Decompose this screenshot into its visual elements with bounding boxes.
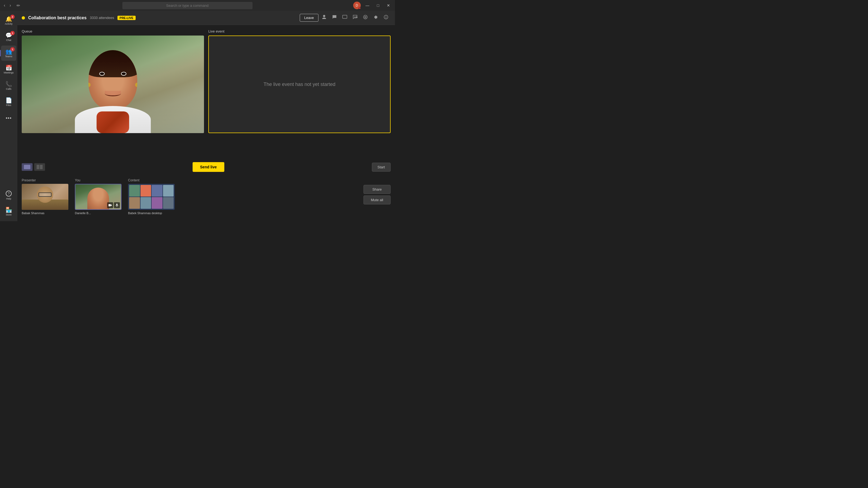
store-icon: 🏪: [5, 207, 12, 213]
glasses: [38, 193, 52, 197]
live-video: The live event has not yet started: [208, 35, 391, 133]
sidebar: 🔔 Activity 2 💬 Chat 1 👥 Teams 1 📅 Meetin…: [0, 11, 18, 221]
sidebar-label-meetings: Meetings: [4, 71, 14, 74]
titlebar: ‹ › ✏ D — □ ✕: [0, 0, 395, 11]
content-cell-8: [163, 197, 174, 209]
svg-text:Q&A: Q&A: [354, 16, 358, 18]
sidebar-item-teams[interactable]: 👥 Teams 1: [1, 45, 16, 61]
avatar-initials: D: [355, 3, 358, 7]
topbar-right: Leave: [300, 13, 391, 23]
content-thumb-container: [128, 184, 175, 210]
maximize-button[interactable]: □: [374, 2, 382, 9]
sidebar-item-help[interactable]: ? Help: [1, 188, 16, 203]
sidebar-label-activity: Activity: [5, 23, 13, 25]
queue-label: Queue: [22, 29, 204, 33]
teams-badge: 1: [10, 47, 14, 52]
content-cell-2: [141, 185, 151, 197]
leave-button[interactable]: Leave: [300, 14, 318, 22]
view-toggle: [22, 163, 45, 171]
content-cell-4: [163, 185, 174, 197]
sidebar-label-chat: Chat: [6, 39, 11, 41]
action-buttons: Share Mute all: [364, 185, 391, 204]
sidebar-item-calls[interactable]: 📞 Calls: [1, 78, 16, 93]
content-cell-5: [129, 197, 140, 209]
minimize-button[interactable]: —: [363, 2, 372, 9]
content-cell-3: [152, 185, 162, 197]
live-event-placeholder: The live event has not yet started: [264, 82, 335, 87]
content-cell-7: [152, 197, 162, 209]
you-person: [87, 188, 109, 209]
mic-toggle-button[interactable]: [114, 202, 120, 208]
forward-button[interactable]: ›: [8, 2, 12, 9]
attendees-count: 3333 attendees: [90, 16, 114, 20]
settings-icon-btn[interactable]: [371, 13, 380, 23]
sidebar-bottom: ? Help 🏪 Store: [1, 188, 16, 219]
you-section: You: [75, 178, 122, 215]
video-toggle-button[interactable]: [107, 202, 113, 208]
qa-icon: Q&A: [352, 14, 358, 20]
video-icon: [108, 204, 112, 206]
reactions-icon-btn[interactable]: [361, 13, 370, 23]
split-view-button[interactable]: [34, 163, 45, 171]
back-button[interactable]: ‹: [2, 2, 7, 9]
content-cell-6: [141, 197, 151, 209]
avatar[interactable]: D: [353, 2, 361, 9]
search-input[interactable]: [122, 2, 252, 9]
info-icon-btn[interactable]: [381, 13, 391, 23]
sidebar-item-meetings[interactable]: 📅 Meetings: [1, 62, 16, 77]
titlebar-right: D — □ ✕: [353, 2, 393, 9]
single-view-button[interactable]: [22, 163, 33, 171]
sidebar-label-files: Files: [6, 104, 11, 106]
chat-icon-btn[interactable]: [330, 13, 339, 23]
participants-icon-btn[interactable]: [319, 13, 329, 23]
sidebar-label-teams: Teams: [5, 55, 12, 58]
split-right: [40, 165, 42, 169]
send-live-center: Send live: [45, 162, 372, 172]
scarf: [97, 111, 129, 133]
mute-all-button[interactable]: Mute all: [364, 195, 391, 204]
presenter-name: Babak Shammas: [22, 212, 44, 215]
send-live-button[interactable]: Send live: [193, 162, 224, 172]
sidebar-item-chat[interactable]: 💬 Chat 1: [1, 29, 16, 44]
live-indicator: [22, 16, 25, 20]
mouth: [105, 91, 121, 96]
qa-icon-btn[interactable]: Q&A: [350, 13, 360, 23]
presenter-type-label: Presenter: [22, 178, 36, 182]
sidebar-item-store[interactable]: 🏪 Store: [1, 204, 16, 219]
mic-icon: [116, 204, 118, 207]
sidebar-item-files[interactable]: 📄 Files: [1, 94, 16, 109]
you-thumb: [75, 184, 122, 210]
sidebar-item-more[interactable]: •••: [1, 110, 16, 126]
activity-badge: 2: [10, 14, 14, 19]
stage: Queue: [18, 25, 395, 221]
left-earring: [88, 83, 91, 87]
you-thumb-controls: [107, 202, 120, 208]
presenter-thumb: [22, 184, 68, 210]
single-view-icon: [24, 165, 30, 169]
topbar-left: Collaboration best practices 3333 attend…: [22, 15, 135, 20]
live-section: Live event The live event has not yet st…: [208, 29, 391, 158]
right-eye: [121, 72, 126, 76]
reactions-icon: [363, 14, 368, 20]
start-button[interactable]: Start: [372, 163, 391, 172]
content-cell-1: [129, 185, 140, 197]
right-earring: [135, 83, 137, 87]
live-event-label: Live event: [208, 29, 391, 33]
files-icon: 📄: [5, 98, 12, 103]
queue-section: Queue: [22, 29, 204, 158]
content-section: Content Babek Shammas: [128, 178, 175, 215]
svg-rect-0: [343, 15, 347, 19]
whiteboard-icon-btn[interactable]: [340, 13, 349, 23]
you-name: Danielle B...: [75, 212, 91, 215]
compose-button[interactable]: ✏: [15, 2, 22, 9]
share-button[interactable]: Share: [364, 185, 391, 194]
sidebar-item-activity[interactable]: 🔔 Activity 2: [1, 13, 16, 28]
topbar: Collaboration best practices 3333 attend…: [18, 11, 395, 25]
calls-icon: 📞: [5, 82, 12, 87]
info-icon: [383, 14, 389, 20]
pre-live-badge: PRE-LIVE: [118, 16, 135, 20]
svg-point-2: [364, 15, 367, 19]
svg-rect-6: [108, 204, 111, 206]
svg-rect-7: [116, 204, 118, 205]
close-button[interactable]: ✕: [384, 2, 393, 9]
